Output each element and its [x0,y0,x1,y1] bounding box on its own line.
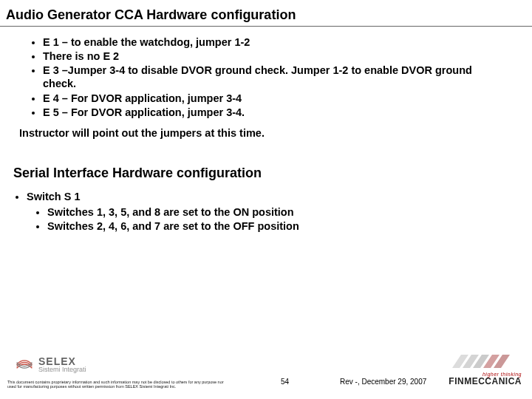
list-item: Switches 2, 4, 6, and 7 are set to the O… [47,219,505,233]
list-item: Switch S 1 Switches 1, 3, 5, and 8 are s… [27,190,505,232]
selex-logo: SELEX Sistemi Integrati [15,355,86,374]
switch-inner-list: Switches 1, 3, 5, and 8 are set to the O… [27,205,505,233]
title-block: Audio Generator CCA Hardware configurati… [0,0,532,27]
switch-outer-list: Switch S 1 Switches 1, 3, 5, and 8 are s… [13,190,505,232]
switch-label: Switch S 1 [27,191,81,202]
page-number: 54 [281,378,289,386]
finmeccanica-logo: higher thinking FINMECCANICA [449,372,522,386]
list-item: E 1 – to enable the watchdog, jumper 1-2 [43,35,505,49]
finmeccanica-name: FINMECCANICA [449,377,522,386]
revision-date: Rev -, December 29, 2007 [340,378,426,386]
list-item: E 3 –Jumper 3-4 to disable DVOR ground c… [43,64,505,90]
slide: Audio Generator CCA Hardware configurati… [0,0,532,399]
selex-name: SELEX [38,356,86,366]
decorative-bars-icon [452,355,519,371]
selex-text: SELEX Sistemi Integrati [38,356,86,373]
page-title: Audio Generator CCA Hardware configurati… [6,7,526,23]
list-item: Switches 1, 3, 5, and 8 are set to the O… [47,205,505,219]
footer: SELEX Sistemi Integrati higher thinking … [0,349,532,393]
list-item: E 5 – For DVOR application, jumper 3-4. [43,106,505,119]
section-title: Serial Interface Hardware configuration [13,165,505,182]
section-serial-interface: Serial Interface Hardware configuration … [13,165,505,233]
list-item: There is no E 2 [43,50,505,63]
disclaimer-text: This document contains proprietary infor… [7,380,229,389]
hardware-bullet-list: E 1 – to enable the watchdog, jumper 1-2… [27,35,505,119]
selex-subtitle: Sistemi Integrati [38,366,86,373]
content-area: E 1 – to enable the watchdog, jumper 1-2… [0,27,532,233]
list-item: E 4 – For DVOR application, jumper 3-4 [43,92,505,105]
instructor-note: Instructor will point out the jumpers at… [19,126,505,140]
selex-mark-icon [15,355,34,374]
